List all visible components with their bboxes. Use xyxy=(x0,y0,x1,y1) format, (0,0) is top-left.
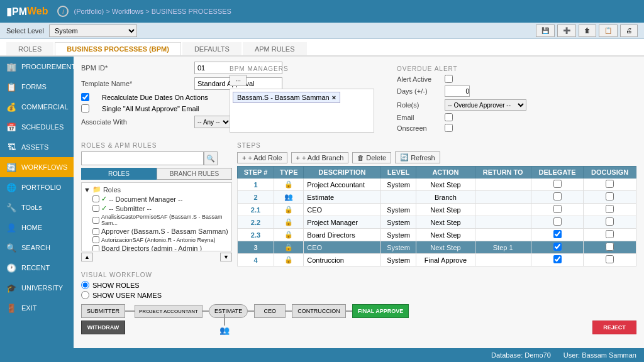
delegate-22[interactable] xyxy=(553,217,562,226)
step-num-3[interactable]: 3 xyxy=(253,244,257,251)
tab-defaults[interactable]: DEFAULTS xyxy=(182,42,242,55)
delegate-3[interactable] xyxy=(553,243,562,251)
user-info: User: Bassam Samman xyxy=(564,351,636,359)
tab-roles-roles[interactable]: ROLES xyxy=(81,168,157,180)
logo: ▮PMWeb xyxy=(6,6,48,18)
scroll-up-button[interactable]: ▲ xyxy=(81,253,93,261)
delete-toolbar-button[interactable]: 🗑 xyxy=(579,25,596,37)
approver-checkbox[interactable] xyxy=(92,228,99,235)
radio-show-roles: SHOW ROLES xyxy=(81,281,636,289)
roles-tree: ▼ 📁 Roles ✓ -- Document Manager -- ✓ -- … xyxy=(81,182,232,251)
days-input[interactable] xyxy=(445,85,470,97)
sidebar-item-portfolio[interactable]: 🌐 PORTFOLIO xyxy=(0,177,74,197)
tab-bpm[interactable]: BUSINESS PROCESSES (BPM) xyxy=(55,42,181,55)
sidebar-item-procurement[interactable]: 🏢 PROCUREMENT xyxy=(0,57,74,77)
delegate-4[interactable] xyxy=(553,255,562,263)
search-icon: 🔍 xyxy=(6,243,16,253)
lock-icon-3: 🔒 xyxy=(284,243,293,251)
docusign-2[interactable] xyxy=(606,192,614,200)
delete-icon: 🗑 xyxy=(357,154,364,162)
step-action-22: Next Step xyxy=(416,216,475,229)
sidebar-label-commercial: COMMERCIAL xyxy=(21,103,69,111)
submitter-checkbox[interactable] xyxy=(92,205,99,212)
save-button[interactable]: 💾 xyxy=(536,25,555,37)
step-num-4[interactable]: 4 xyxy=(253,256,257,264)
steps-toolbar: + + Add Role + + Add Branch 🗑 Delete 🔄 R… xyxy=(237,151,636,163)
step-num-21[interactable]: 2.1 xyxy=(251,206,260,214)
docusign-23[interactable] xyxy=(606,230,614,238)
step-level-1: System xyxy=(380,178,416,191)
docusign-1[interactable] xyxy=(606,180,614,188)
roles-search-input[interactable] xyxy=(81,151,204,165)
step-return-3: Step 1 xyxy=(475,241,531,254)
add-branch-button[interactable]: + + Add Branch xyxy=(291,152,349,163)
docusign-3[interactable] xyxy=(606,243,614,251)
bpm-manager-remove[interactable]: × xyxy=(332,94,336,101)
step-num-1[interactable]: 1 xyxy=(253,181,257,189)
overdue-alert-title: OVERDUE ALERT xyxy=(397,65,636,72)
sidebar-item-university[interactable]: 🎓 UNIVERSITY xyxy=(0,278,74,298)
step-num-23[interactable]: 2.3 xyxy=(251,231,260,239)
copy-button[interactable]: 📋 xyxy=(599,25,618,37)
email-checkbox[interactable] xyxy=(445,113,453,121)
add-role-button[interactable]: + + Add Role xyxy=(237,152,287,163)
step-level-21: System xyxy=(380,204,416,216)
procurement-icon: 🏢 xyxy=(6,62,16,72)
docusign-21[interactable] xyxy=(606,205,614,213)
delegate-2[interactable] xyxy=(553,192,562,200)
alert-active-checkbox[interactable] xyxy=(445,75,453,83)
sidebar-item-commercial[interactable]: 💰 COMMERCIAL xyxy=(0,97,74,117)
docusign-4[interactable] xyxy=(606,255,614,263)
roles-select[interactable]: -- Overdue Approver -- xyxy=(445,99,526,111)
radio-usernames-input[interactable] xyxy=(81,291,89,299)
sidebar-item-exit[interactable]: 🚪 EXIT xyxy=(0,298,74,318)
step-num-2[interactable]: 2 xyxy=(253,194,257,201)
bpm-managers-add-button[interactable]: ··· xyxy=(230,75,247,86)
add-button[interactable]: ➕ xyxy=(557,25,576,37)
delegate-1[interactable] xyxy=(553,180,562,188)
sidebar-item-schedules[interactable]: 📅 SCHEDULES xyxy=(0,117,74,137)
roles-search-button[interactable]: 🔍 xyxy=(204,151,218,165)
sidebar-item-workflows[interactable]: 🔄 WORKFLOWS xyxy=(0,157,74,177)
sidebar-item-tools[interactable]: 🔧 TOoLs xyxy=(0,197,74,217)
sidebar-item-home[interactable]: 👤 HOME xyxy=(0,217,74,238)
analisis-checkbox[interactable] xyxy=(92,217,99,224)
tab-branch-rules[interactable]: BRANCH RULES xyxy=(157,168,232,180)
radio-roles-input[interactable] xyxy=(81,281,89,289)
step-return-2 xyxy=(475,191,531,204)
sidebar-label-tools: TOoLs xyxy=(21,204,42,211)
scroll-down-button[interactable]: ▼ xyxy=(220,253,232,261)
recalculate-checkbox[interactable] xyxy=(81,93,89,101)
delete-step-button[interactable]: 🗑 Delete xyxy=(352,152,391,163)
sidebar-item-search[interactable]: 🔍 SEARCH xyxy=(0,238,74,258)
workflows-icon: 🔄 xyxy=(6,162,16,172)
associate-with-select[interactable]: -- Any -- xyxy=(194,116,231,128)
sidebar-item-assets[interactable]: 🏗 ASSETS xyxy=(0,137,74,157)
recent-icon: 🕐 xyxy=(6,263,16,273)
col-step: STEP # xyxy=(238,167,274,178)
single-approve-checkbox[interactable] xyxy=(81,104,89,112)
tree-item-board: Board Directors (admin - Admin ) xyxy=(84,244,230,251)
autorizacion-checkbox[interactable] xyxy=(92,236,99,243)
tab-roles[interactable]: ROLES xyxy=(6,42,53,55)
assets-icon: 🏗 xyxy=(6,142,16,152)
onscreen-checkbox[interactable] xyxy=(445,124,453,132)
sidebar-item-forms[interactable]: 📋 FORMS xyxy=(0,77,74,97)
board-checkbox[interactable] xyxy=(92,245,99,252)
checkmark-icon2: ✓ xyxy=(101,204,107,212)
refresh-icon: 🔄 xyxy=(400,153,409,162)
doc-manager-checkbox[interactable] xyxy=(92,195,99,202)
level-select[interactable]: System xyxy=(49,25,137,37)
delegate-21[interactable] xyxy=(553,205,562,213)
sidebar-label-university: UNIVERSITY xyxy=(21,284,63,292)
print-button[interactable]: 🖨 xyxy=(620,25,638,37)
refresh-button[interactable]: 🔄 Refresh xyxy=(395,151,440,163)
collapse-icon[interactable]: ▼ xyxy=(84,186,91,194)
plus-icon: + xyxy=(242,154,246,162)
sidebar-item-recent[interactable]: 🕐 RECENT xyxy=(0,258,74,278)
delegate-23[interactable] xyxy=(553,230,562,238)
step-num-22[interactable]: 2.2 xyxy=(251,219,260,226)
tab-apm[interactable]: APM RULES xyxy=(243,42,307,55)
table-row: 2.3 🔒 Board Directors System Next Step xyxy=(238,229,636,241)
docusign-22[interactable] xyxy=(606,217,614,226)
